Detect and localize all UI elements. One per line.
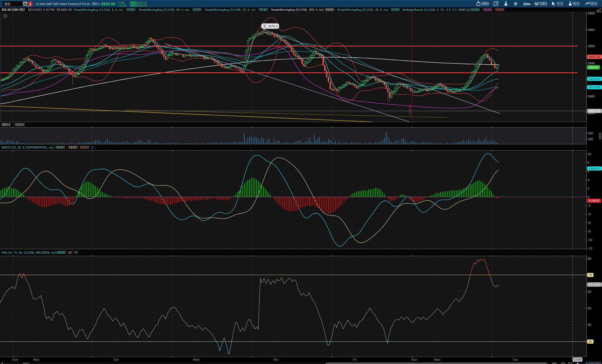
svg-text:3920.83: 3920.83 bbox=[588, 77, 600, 81]
svg-text:Fri: Fri bbox=[353, 358, 356, 361]
svg-text:17:00: 17:00 bbox=[574, 358, 582, 361]
svg-text:-4: -4 bbox=[588, 212, 591, 216]
svg-text:70: 70 bbox=[588, 273, 592, 277]
svg-text:3947.05: 3947.05 bbox=[588, 55, 600, 59]
svg-text:Mon: Mon bbox=[434, 358, 440, 361]
svg-text:/ES: /ES bbox=[4, 2, 10, 6]
svg-text:SimpleMovingAvg (CLOSE, 200, 0: SimpleMovingAvg (CLOSE, 200, 0, no) bbox=[271, 8, 323, 11]
svg-text:: 3978.5: : 3978.5 bbox=[266, 25, 278, 28]
svg-text:40: 40 bbox=[588, 323, 591, 326]
svg-text:+0.11%: +0.11% bbox=[118, 4, 127, 7]
svg-text:30: 30 bbox=[588, 340, 592, 343]
svg-text:-10: -10 bbox=[588, 238, 592, 241]
svg-text:-12: -12 bbox=[588, 247, 592, 250]
svg-text:3940: 3940 bbox=[588, 62, 595, 65]
svg-text::3/23/21 5:00 PM: :3/23/21 5:00 PM bbox=[31, 8, 55, 11]
svg-text:200: 200 bbox=[588, 132, 593, 135]
svg-text:Tue: Tue bbox=[512, 358, 518, 361]
svg-text:Tue: Tue bbox=[113, 358, 118, 361]
svg-text:30: 30 bbox=[68, 251, 71, 254]
svg-text:BollingerBands (CLOSE, 0, 20,: BollingerBands (CLOSE, 0, 20, -2.0, 2.0,… bbox=[403, 8, 470, 11]
svg-text:50: 50 bbox=[588, 307, 591, 310]
svg-text:3980: 3980 bbox=[588, 28, 595, 31]
svg-text:3960: 3960 bbox=[588, 44, 595, 48]
svg-text:SimpleMovingAvg (CLOSE, 60, 0,: SimpleMovingAvg (CLOSE, 60, 0, no) bbox=[138, 8, 189, 11]
svg-text:8: 8 bbox=[588, 161, 589, 164]
svg-text:SimpleMovingAvg (CLOSE, 5, 0,: SimpleMovingAvg (CLOSE, 5, 0, no) bbox=[74, 8, 123, 11]
svg-text::3935.00: :3935.00 bbox=[137, 4, 147, 7]
svg-text:Wed: Wed bbox=[193, 358, 199, 361]
svg-text:3/19/21: 3/19/21 bbox=[408, 105, 412, 115]
svg-text:-0.8695: -0.8695 bbox=[588, 199, 599, 202]
svg-text:6.64237: 6.64237 bbox=[588, 167, 600, 170]
svg-text::3934.50: :3934.50 bbox=[137, 1, 147, 4]
svg-text:30m: 30m bbox=[523, 2, 531, 6]
svg-text:3882.59: 3882.59 bbox=[588, 109, 600, 113]
svg-text:/ES 20: /ES 20 bbox=[2, 8, 11, 11]
svg-text:Sun: Sun bbox=[12, 358, 18, 361]
svg-text:2: 2 bbox=[588, 187, 589, 190]
svg-text:SimpleMovingAvg (CLOSE, 30, 0,: SimpleMovingAvg (CLOSE, 30, 0, no) bbox=[337, 8, 388, 11]
svg-text:64.0449: 64.0449 bbox=[588, 283, 600, 286]
svg-text:0: 0 bbox=[92, 146, 93, 149]
svg-text:1: 1 bbox=[30, 2, 31, 6]
svg-text:SimpleMovingAvg (CLOSE, 20, 0,: SimpleMovingAvg (CLOSE, 20, 0, no) bbox=[205, 8, 255, 11]
svg-text:Sun: Sun bbox=[412, 358, 417, 361]
svg-text::3882.59: :3882.59 bbox=[60, 8, 72, 11]
svg-text:21): 21) bbox=[95, 2, 100, 6]
svg-text:RSI (14, 70, 30, CLOSE, WILDER: RSI (14, 70, 30, CLOSE, WILDERS, no) bbox=[2, 251, 56, 254]
svg-text:-8: -8 bbox=[588, 230, 590, 233]
svg-text:Thu: Thu bbox=[273, 358, 279, 361]
svg-text:70: 70 bbox=[74, 251, 77, 254]
svg-text:100: 100 bbox=[588, 137, 593, 141]
svg-text:-2: -2 bbox=[588, 204, 590, 207]
svg-text:-6: -6 bbox=[588, 221, 590, 224]
svg-text:60: 60 bbox=[588, 290, 591, 293]
svg-text:0: 0 bbox=[588, 195, 589, 199]
svg-text:10: 10 bbox=[588, 152, 591, 156]
svg-text:3934.5: 3934.5 bbox=[588, 66, 598, 69]
svg-text:80: 80 bbox=[588, 257, 591, 260]
svg-text:Mon: Mon bbox=[33, 358, 39, 361]
svg-text:4: 4 bbox=[588, 178, 590, 182]
svg-text:3934.50: 3934.50 bbox=[101, 2, 115, 6]
svg-text:3910.68: 3910.68 bbox=[588, 86, 600, 89]
svg-text:3900: 3900 bbox=[588, 95, 595, 98]
svg-text:30: 30 bbox=[15, 8, 18, 11]
svg-text:MACD (12, 26, 9, EXPONENTIAL,: MACD (12, 26, 9, EXPONENTIAL, no) bbox=[2, 146, 53, 149]
svg-text:E-mini S&P 500 Index Futures,E: E-mini S&P 500 Index Futures,ETH (6 bbox=[36, 2, 89, 6]
